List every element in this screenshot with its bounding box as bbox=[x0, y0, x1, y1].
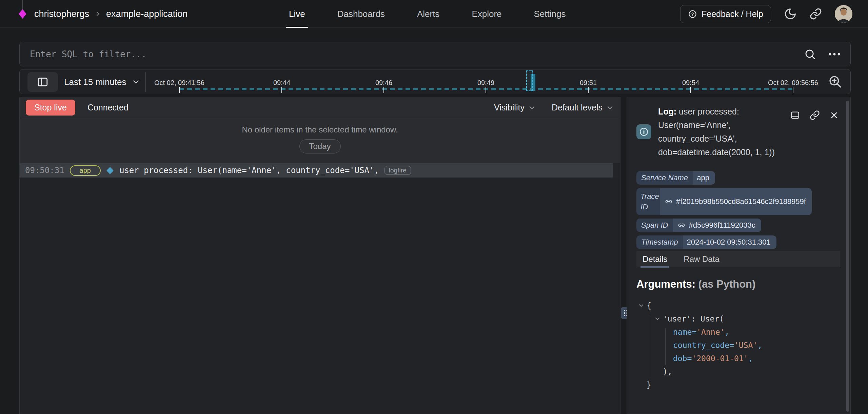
nav-right-actions: ? Feedback / Help bbox=[680, 0, 852, 28]
code-line: { bbox=[636, 299, 840, 312]
more-options-ellipsis-icon[interactable] bbox=[828, 52, 841, 56]
dock-panel-bottom-icon[interactable] bbox=[790, 110, 800, 120]
log-details-panel: Log: user processed: User(name='Anne', c… bbox=[627, 97, 851, 414]
timeline-start-label: Oct 02, 09:41:56 bbox=[154, 79, 204, 87]
log-level-diamond-icon bbox=[106, 167, 114, 174]
timeline-histogram[interactable]: Oct 02, 09:41:56 09:44 09:46 09:49 09:51… bbox=[145, 69, 821, 95]
code-token: : bbox=[691, 314, 701, 323]
code-token: country_code= bbox=[673, 341, 734, 350]
details-scrollbar-thumb[interactable] bbox=[846, 101, 849, 412]
sidebar-toggle-button[interactable] bbox=[27, 72, 58, 92]
user-avatar[interactable] bbox=[835, 5, 852, 23]
no-older-items-message: No older items in the selected time wind… bbox=[20, 125, 620, 134]
service-name-badge: Service Name app bbox=[636, 171, 715, 185]
code-token: 'Anne' bbox=[696, 328, 725, 336]
info-level-icon bbox=[636, 124, 651, 139]
tab-details[interactable]: Details bbox=[643, 251, 667, 267]
chevron-down-icon bbox=[528, 104, 536, 112]
connection-status: Connected bbox=[87, 103, 129, 112]
time-range-label: Last 15 minutes bbox=[64, 77, 126, 87]
share-link-icon[interactable] bbox=[810, 8, 822, 20]
trace-id-badge[interactable]: Trace ID #f2019b98b550cd8a61546c2f918895… bbox=[636, 188, 812, 215]
tab-explore[interactable]: Explore bbox=[472, 0, 501, 28]
code-token: '2000-01-01' bbox=[692, 354, 748, 363]
arguments-heading: Arguments: (as Python) bbox=[636, 278, 840, 290]
code-token: { bbox=[647, 301, 651, 310]
details-title: Log: user processed: User(name='Anne', c… bbox=[658, 105, 788, 159]
stop-live-button[interactable]: Stop live bbox=[26, 100, 75, 116]
sql-filter-input[interactable] bbox=[29, 49, 804, 60]
span-id-badge[interactable]: Span ID #d5c996f11192033c bbox=[636, 219, 761, 232]
timeline-end-label: Oct 02, 09:56:56 bbox=[768, 79, 818, 87]
search-icon[interactable] bbox=[804, 48, 816, 60]
code-token: , bbox=[725, 328, 729, 336]
chevron-down-icon bbox=[606, 104, 614, 112]
log-list-empty-area bbox=[20, 178, 620, 414]
code-line: 'user': User( bbox=[636, 312, 840, 326]
visibility-dropdown[interactable]: Visibility bbox=[494, 103, 536, 112]
details-field-badges: Service Name app Trace ID #f2019b98b550c… bbox=[636, 171, 840, 249]
sql-filter-actions bbox=[804, 48, 841, 60]
default-levels-dropdown[interactable]: Default levels bbox=[552, 103, 614, 112]
chevron-down-icon bbox=[132, 78, 140, 86]
span-link-icon[interactable] bbox=[677, 221, 686, 230]
code-token: , bbox=[748, 354, 753, 363]
question-circle-icon: ? bbox=[688, 9, 697, 19]
time-range-dropdown[interactable]: Last 15 minutes bbox=[64, 69, 140, 95]
close-icon[interactable] bbox=[829, 110, 839, 120]
details-title-kind: Log: bbox=[658, 107, 676, 116]
breadcrumb-org[interactable]: christophergs bbox=[34, 9, 89, 19]
service-tag[interactable]: app bbox=[70, 165, 101, 176]
code-token: name= bbox=[673, 328, 696, 336]
code-token: ), bbox=[663, 367, 672, 376]
live-log-panel: Stop live Connected Visibility Default l… bbox=[19, 97, 620, 414]
tab-settings[interactable]: Settings bbox=[534, 0, 566, 28]
tab-live[interactable]: Live bbox=[289, 0, 305, 28]
code-token: } bbox=[647, 380, 651, 389]
sql-filter-bar bbox=[19, 42, 851, 66]
top-navigation: christophergs example-application Live D… bbox=[0, 0, 868, 28]
svg-text:?: ? bbox=[691, 12, 694, 17]
details-panel-actions bbox=[790, 110, 839, 120]
code-token: 'USA' bbox=[734, 341, 757, 350]
log-row[interactable]: 09:50:31 app user processed: User(name='… bbox=[20, 163, 613, 178]
code-line: ), bbox=[636, 365, 840, 378]
code-line: name='Anne', bbox=[636, 326, 840, 339]
live-panel-controls: Visibility Default levels bbox=[494, 103, 614, 112]
code-line: country_code='USA', bbox=[636, 339, 840, 352]
tab-raw-data[interactable]: Raw Data bbox=[684, 251, 719, 267]
log-timestamp: 09:50:31 bbox=[25, 166, 64, 175]
feedback-help-button[interactable]: ? Feedback / Help bbox=[680, 5, 771, 23]
logfire-live-page: christophergs example-application Live D… bbox=[0, 0, 868, 414]
log-list-notices: No older items in the selected time wind… bbox=[20, 118, 620, 163]
logfire-logo-icon[interactable] bbox=[18, 9, 27, 19]
timestamp-badge: Timestamp 2024-10-02 09:50:31.301 bbox=[636, 235, 776, 249]
scope-tag[interactable]: logfire bbox=[384, 166, 411, 175]
chevron-right-icon bbox=[95, 11, 101, 17]
tab-alerts[interactable]: Alerts bbox=[417, 0, 439, 28]
code-token: User( bbox=[701, 314, 724, 323]
code-line: } bbox=[636, 378, 840, 392]
timeline-selection-box[interactable] bbox=[526, 70, 533, 91]
log-message: user processed: User(name='Anne', countr… bbox=[119, 166, 379, 175]
feedback-help-label: Feedback / Help bbox=[702, 9, 763, 19]
main-menu: Live Dashboards Alerts Explore Settings bbox=[289, 0, 566, 28]
arguments-code: {'user': User(name='Anne',country_code='… bbox=[636, 299, 840, 392]
timeline-bar: Last 15 minutes Oct 02, 09:41:56 09:44 0… bbox=[19, 69, 851, 94]
breadcrumb-project[interactable]: example-application bbox=[106, 9, 188, 19]
brand-breadcrumb: christophergs example-application bbox=[18, 0, 188, 28]
code-token: dob= bbox=[673, 354, 692, 363]
collapse-chevron-icon[interactable] bbox=[654, 315, 661, 322]
code-token: , bbox=[757, 341, 762, 350]
today-pill[interactable]: Today bbox=[299, 139, 340, 153]
trace-link-icon[interactable] bbox=[664, 197, 673, 206]
live-panel-header: Stop live Connected Visibility Default l… bbox=[20, 97, 620, 118]
tab-dashboards[interactable]: Dashboards bbox=[337, 0, 385, 28]
zoom-in-icon[interactable] bbox=[828, 75, 842, 89]
code-line: dob='2000-01-01', bbox=[636, 352, 840, 365]
code-token: 'user' bbox=[663, 314, 691, 323]
copy-link-icon[interactable] bbox=[810, 110, 820, 120]
collapse-chevron-icon[interactable] bbox=[638, 302, 645, 309]
breadcrumb: christophergs example-application bbox=[34, 9, 188, 19]
dark-mode-moon-icon[interactable] bbox=[784, 7, 797, 20]
